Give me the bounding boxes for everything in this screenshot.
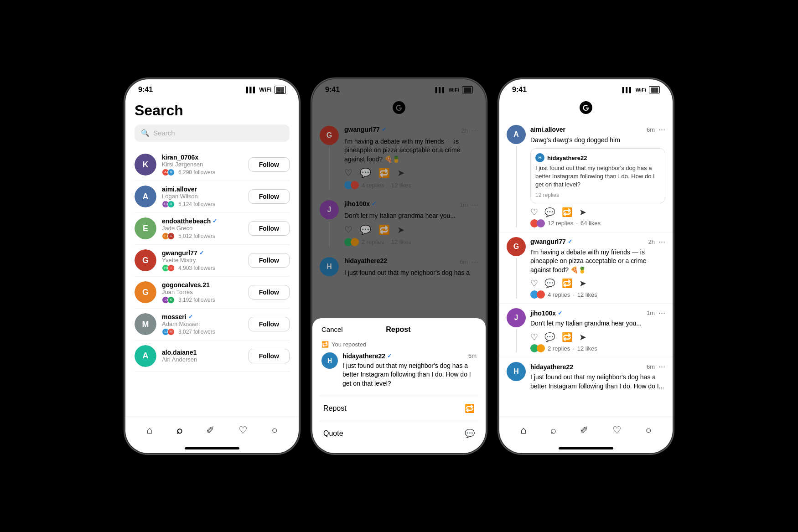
follower-count: 3,027 followers [178,329,215,335]
reply-count: 2 replies [362,238,384,245]
more-button[interactable]: ··· [658,125,665,134]
follower-info: CD 5,124 followers [162,201,249,208]
reposted-indicator: 🔁 You reposted [320,341,478,348]
comment-button[interactable]: 💬 [544,278,555,289]
repost-button[interactable]: 🔁 [562,207,573,217]
repost-modal: Cancel Repost 🔁 You reposted H hidayathe… [312,318,486,453]
like-count: 12 likes [577,345,597,352]
avatar: G [135,249,156,271]
list-item: A alo.daiane1 Airi Andersen Follow [135,341,290,372]
follow-button[interactable]: Follow [249,253,290,268]
follower-count: 4,903 followers [178,265,215,271]
nav-search[interactable]: ⌕ [175,423,184,438]
follow-button[interactable]: Follow [249,285,290,300]
comment-button[interactable]: 💬 [544,332,555,342]
status-bar-1: 9:41 ▌▌▌ WiFi ▓▓ [125,79,299,98]
comment-button[interactable]: 💬 [360,167,371,178]
nav-compose[interactable]: ✐ [204,423,216,438]
post-meta: 2h ··· [648,237,665,247]
follow-button[interactable]: Follow [249,221,290,236]
post-meta: 6m ··· [647,362,665,372]
nav-profile[interactable]: ○ [269,423,279,438]
search-field[interactable]: 🔍 Search [135,124,290,142]
post-username: gwangurl77 ✓ [530,237,572,247]
share-button[interactable]: ➤ [397,224,405,235]
post-time: 2h [648,238,655,245]
follow-button[interactable]: Follow [249,317,290,331]
repost-button[interactable]: 🔁 [562,332,573,342]
more-button[interactable]: ··· [658,237,665,247]
more-button[interactable]: ··· [658,308,665,318]
repost-button[interactable]: 🔁 [562,278,573,289]
user-info: gwangurl77 ✓ Yvette Mistry HI 4,903 foll… [162,249,249,272]
nav-activity[interactable]: ♡ [611,423,623,438]
cancel-button[interactable]: Cancel [321,325,343,333]
avatar: G [135,281,156,303]
nav-profile[interactable]: ○ [643,423,653,438]
more-button[interactable]: ··· [658,362,665,372]
like-count: 64 likes [580,220,601,227]
follow-button[interactable]: Follow [249,349,290,363]
more-button[interactable]: ··· [472,200,478,210]
avatar: E [135,217,156,239]
post-item: G gwangurl77 ✓ 2h ··· I'm havin [312,120,486,195]
more-button[interactable]: ··· [472,126,478,135]
battery-icon: ▓▓ [275,86,286,94]
wifi-icon: WiFi [636,87,646,93]
like-button[interactable]: ♡ [530,332,538,342]
repost-button[interactable]: 🔁 [378,224,390,235]
list-item: E endoatthebeach ✓ Jade Greco FG 5,012 f… [135,213,290,245]
signal-icon: ▌▌▌ [435,87,446,93]
repost-button[interactable]: 🔁 [378,167,390,178]
share-button[interactable]: ➤ [579,207,586,217]
nav-compose[interactable]: ✐ [578,423,590,438]
post-header: gwangurl77 ✓ 2h ··· [530,237,665,247]
post-item: G gwangurl77 ✓ 2h ··· I'm havin [499,232,673,304]
comment-button[interactable]: 💬 [360,224,371,235]
nav-home[interactable]: ⌂ [518,423,528,438]
user-info: endoatthebeach ✓ Jade Greco FG 5,012 fol… [162,217,249,240]
nav-home[interactable]: ⌂ [145,423,154,438]
reply-count: 4 replies [548,291,570,298]
post-header: jiho100x ✓ 1m ··· [530,308,665,318]
quoted-avatar: H [535,153,544,162]
verified-badge: ✓ [568,238,572,245]
nav-activity[interactable]: ♡ [237,423,249,438]
like-button[interactable]: ♡ [530,207,538,217]
display-name: Yvette Mistry [162,257,249,263]
post-item: J jiho100x ✓ 1m ··· Don't let m [312,195,486,252]
verified-badge: ✓ [558,310,562,316]
nav-search[interactable]: ⌕ [549,423,558,438]
share-button[interactable]: ➤ [579,278,586,289]
quoted-replies: 12 replies [535,192,660,198]
share-button[interactable]: ➤ [579,332,586,342]
reply-count: 4 replies [362,182,384,189]
like-button[interactable]: ♡ [344,224,352,235]
post-header: jiho100x ✓ 1m ··· [344,200,478,210]
feed-content-3: A aimi.allover 6m ··· Dawg's dawg's dog … [499,120,673,417]
quote-icon: 💬 [465,429,475,439]
threads-logo-container-3 [499,98,673,120]
user-info: alo.daiane1 Airi Andersen [162,349,249,363]
quote-action-button[interactable]: Quote 💬 [320,421,478,446]
post-time: 6m [647,126,655,133]
like-count: 12 likes [391,238,411,245]
list-item: G gogoncalves.21 Juan Torres JK 3,192 fo… [135,277,290,309]
comment-button[interactable]: 💬 [544,207,555,217]
share-button[interactable]: ➤ [397,167,405,178]
verified-badge: ✓ [372,201,376,207]
username: endoatthebeach ✓ [162,217,249,225]
reply-count: 2 replies [548,345,570,352]
avatar: K [135,154,156,176]
like-button[interactable]: ♡ [344,167,352,178]
more-button[interactable]: ··· [472,257,478,267]
search-container[interactable]: 🔍 Search [125,124,299,149]
follow-button[interactable]: Follow [249,189,290,204]
repost-action-button[interactable]: Repost 🔁 [320,396,478,421]
follow-button[interactable]: Follow [249,157,290,172]
like-button[interactable]: ♡ [530,278,538,289]
avatar: M [135,313,156,335]
display-name: Kirsi Jørgensen [162,161,249,168]
post-username: hidayathere22 [344,257,387,264]
post-meta: 6m ··· [460,257,478,267]
